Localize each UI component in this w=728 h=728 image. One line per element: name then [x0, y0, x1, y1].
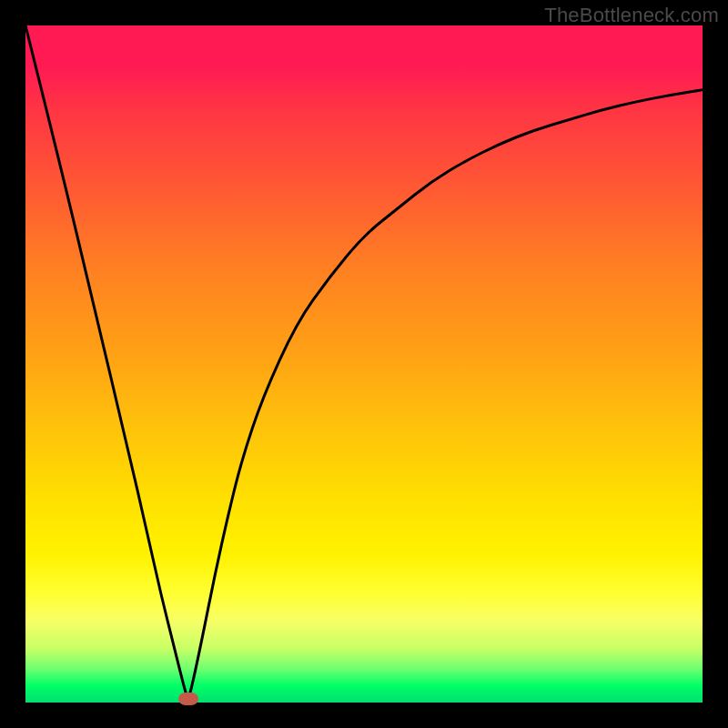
optimal-marker	[178, 693, 198, 705]
chart-frame: TheBottleneck.com	[0, 0, 728, 728]
bottleneck-curve	[25, 25, 703, 703]
plot-area	[25, 25, 703, 703]
attribution-text: TheBottleneck.com	[544, 4, 719, 27]
